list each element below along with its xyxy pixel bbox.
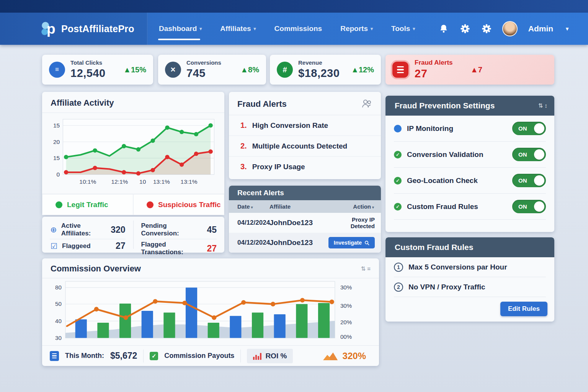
nav-item-affiliates[interactable]: Affiliates▾ (219, 21, 256, 37)
gear-icon[interactable] (459, 23, 471, 34)
mini-bar-chart-icon (253, 352, 261, 360)
kpi-value: 12,540 (70, 67, 106, 80)
kpi-value: 745 (186, 67, 221, 80)
numbered-circle-icon: 1 (394, 263, 403, 272)
svg-text:20: 20 (53, 139, 60, 145)
brand-logo-icon: p (40, 20, 57, 38)
table-row: 04/12/2024 JohnDoe123 Proxy IP Detected (229, 213, 381, 233)
roi-chip: ROI % (247, 349, 293, 363)
toggle-knob (534, 123, 544, 134)
clicks-icon: ≡ (49, 62, 65, 78)
toggle-knob (534, 149, 544, 160)
kpi-delta: ▲15% (123, 65, 146, 74)
fraud-prevention-panel: Fraud Prevention Settings ⇅ ↕ IP Monitor… (385, 96, 554, 232)
check-circle-icon: ✓ (394, 203, 402, 211)
legend-dot-icon (56, 201, 62, 208)
toggle-knob (534, 201, 544, 212)
nav-item-reports[interactable]: Reports▾ (340, 21, 374, 37)
fraud-alert-item: 3. Proxy IP Usage (229, 157, 381, 177)
kpi-label: Total Clicks (70, 60, 106, 66)
trend-mountain-icon (323, 351, 338, 361)
rule-item: 1 Max 5 Conversions par Hour (394, 257, 546, 277)
sort-icon: ▾ (251, 205, 253, 209)
kpi-delta: ▲12% (351, 65, 374, 74)
check-circle-icon: ✓ (394, 151, 402, 158)
sort-filter-icons[interactable]: ⇅ ↕ (538, 102, 547, 109)
legend-item-legit: Legit Traffic (42, 194, 133, 215)
sort-icon: ▾ (372, 205, 374, 209)
table-row: 04/12/2024 JohnDoe123 Investigate (229, 233, 381, 253)
affiliate-stats-card: ⊕ Active Affiliates: 320 ☑ Flaggeed 27 P… (42, 217, 224, 253)
roi-value: 320% (343, 351, 366, 361)
panel-title: Custom Fraud Rules (395, 243, 473, 252)
gear-icon[interactable] (481, 23, 492, 34)
sort-filter-icons[interactable]: ⇅ ≡ (361, 265, 371, 272)
investigate-button[interactable]: Investigate (328, 237, 375, 248)
toggle-geo-location[interactable]: ON (512, 174, 546, 187)
edit-rules-button[interactable]: Edit Rules (500, 302, 547, 316)
setting-ip-monitoring: IP Monitoring ON (394, 116, 546, 142)
svg-text:20%: 20% (340, 319, 352, 325)
kpi-label: Fraud Alerts (415, 59, 453, 67)
roi-label: ROI % (265, 352, 287, 360)
fraud-alert-item: 2. Multiple Accounts Detected (229, 136, 381, 157)
svg-text:10:1%: 10:1% (79, 178, 96, 185)
chevron-down-icon: ▾ (413, 26, 415, 31)
navbar: p PostAffiliatePro Dashboard▾ Affiliates… (0, 13, 588, 45)
nav-right: Admin ▼ (438, 21, 588, 36)
brand-name: PostAffiliatePro (61, 23, 134, 34)
svg-text:15: 15 (53, 155, 60, 161)
affiliate-activity-panel: Affiliate Activity 152015010:1%12:1%1013… (42, 92, 224, 215)
chevron-down-icon[interactable]: ▼ (565, 26, 570, 32)
bell-icon[interactable] (438, 23, 449, 34)
svg-text:40: 40 (55, 318, 62, 324)
svg-text:80: 80 (55, 284, 62, 291)
column-header-date[interactable]: Date▾ (229, 203, 270, 210)
payouts-label: Commission Payouts (164, 352, 234, 360)
column-header-action[interactable]: Action▾ (327, 203, 381, 210)
panel-title: Commission Overview (51, 264, 141, 274)
blue-dot-icon (394, 125, 402, 132)
fraud-alert-item: 1. High Conversion Rate (229, 115, 381, 136)
stat-flagged-transactions: Flagged Transactions: 27 (141, 239, 217, 258)
avatar[interactable] (502, 21, 518, 36)
svg-text:0: 0 (57, 171, 60, 178)
kpi-value: 27 (415, 68, 453, 80)
toggle-conversion-validation[interactable]: ON (512, 148, 546, 161)
toggle-ip-monitoring[interactable]: ON (512, 122, 546, 135)
kpi-fraud-alerts: Fraud Alerts 27 ▲7 (385, 55, 554, 85)
month-label: This Month: (65, 352, 104, 360)
svg-text:12:1%: 12:1% (111, 178, 128, 185)
svg-text:13:1%: 13:1% (153, 178, 170, 185)
month-value: $5,672 (110, 351, 137, 361)
svg-text:30%: 30% (340, 284, 352, 291)
kpi-delta: ▲7 (470, 65, 482, 74)
nav-item-commissions[interactable]: Commissions (274, 21, 323, 37)
kpi-revenue: # Revenue $18,230 ▲12% (270, 55, 381, 85)
user-menu-label[interactable]: Admin (528, 24, 553, 33)
affiliate-activity-chart: 152015010:1%12:1%1013:1%13:1% (45, 115, 222, 190)
dashboard-app: p PostAffiliatePro Dashboard▾ Affiliates… (0, 0, 588, 392)
stats-right-column: Pending Conversion: 45 Flagged Transacti… (133, 220, 225, 249)
nav-item-dashboard[interactable]: Dashboard▾ (158, 21, 203, 37)
magnifier-icon (364, 240, 369, 245)
toggle-custom-rules[interactable]: ON (512, 200, 546, 213)
kpi-value: $18,230 (298, 67, 340, 80)
commission-overview-chart: 8050403030%30%20%00% (47, 279, 374, 346)
panel-title: Affiliate Activity (51, 98, 114, 108)
kpi-label: Revenue (298, 60, 340, 66)
stats-left-column: ⊕ Active Affiliates: 320 ☑ Flaggeed 27 (42, 220, 133, 249)
check-circle-icon: ✓ (394, 177, 402, 185)
column-header-affiliate[interactable]: Affiliate (270, 203, 327, 210)
users-icon (361, 98, 372, 110)
svg-text:p: p (47, 21, 56, 37)
svg-text:15: 15 (53, 122, 60, 129)
svg-text:30%: 30% (340, 302, 352, 309)
toggle-knob (534, 175, 544, 186)
nav-item-tools[interactable]: Tools▾ (390, 21, 416, 37)
fraud-alerts-panel: Fraud Alerts 1. High Conversion Rate 2. … (229, 92, 381, 179)
kpi-delta: ▲8% (240, 65, 259, 74)
recent-alerts-header: Recent Alerts (229, 186, 381, 200)
kpi-conversions: × Conversions 745 ▲8% (158, 55, 266, 85)
kpi-label: Conversions (186, 60, 221, 66)
